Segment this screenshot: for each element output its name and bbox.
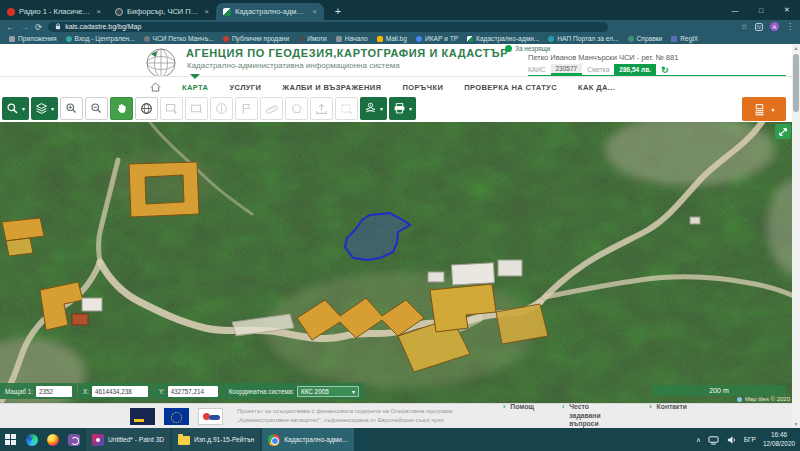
satellite-map	[0, 122, 800, 403]
map-canvas[interactable]	[0, 122, 800, 403]
help-link[interactable]: ›Помощ	[503, 403, 534, 410]
kais-label: КАИС	[528, 66, 546, 73]
map-scale-bar: 200 m	[652, 385, 786, 396]
faq-link[interactable]: ›Често задавани въпроси	[562, 403, 621, 429]
zoom-out-icon	[90, 102, 103, 115]
layers-dropdown-button[interactable]: ▾	[31, 97, 58, 120]
pan-button[interactable]	[110, 97, 133, 120]
tray-expand-icon[interactable]: ∧	[696, 436, 701, 444]
bookmark-item[interactable]: RegiX	[671, 35, 698, 42]
fullscreen-button[interactable]	[775, 124, 791, 139]
chevron-down-icon: ▾	[51, 105, 54, 112]
network-icon[interactable]	[708, 435, 719, 445]
bookmark-item[interactable]: Mail.bg	[377, 35, 407, 42]
paint3d-icon	[92, 434, 104, 446]
tab-proverka-status[interactable]: ПРОВЕРКА НА СТАТУС	[464, 83, 557, 92]
page-title: АГЕНЦИЯ ПО ГЕОДЕЗИЯ,КАРТОГРАФИЯ И КАДАСТ…	[186, 47, 508, 59]
x-label: X:	[83, 388, 89, 395]
crs-select[interactable]: ККС 2005 ▾	[297, 386, 359, 397]
pan-hand-icon	[115, 102, 128, 115]
legend-dropdown-button[interactable]: ▾	[360, 97, 387, 120]
tab-karta[interactable]: КАРТА	[182, 83, 208, 92]
start-button[interactable]	[0, 428, 21, 451]
spravki-favicon-icon	[628, 36, 634, 42]
print-dropdown-button[interactable]: ▾	[389, 97, 416, 120]
panel-list-button[interactable]: ▾	[742, 97, 786, 121]
bookmark-item[interactable]: Справки	[628, 35, 663, 42]
measure-area-button[interactable]	[285, 97, 308, 120]
x-coordinate-input[interactable]	[92, 386, 148, 397]
x-chip: X:	[78, 383, 153, 399]
kais-favicon-icon	[467, 36, 473, 42]
bookmark-item[interactable]: Имоти	[298, 35, 327, 42]
zoom-out-button[interactable]	[85, 97, 108, 120]
chrome-taskbar-button[interactable]: Кадастрално-адми...	[262, 428, 353, 451]
chevron-down-icon: ▾	[771, 106, 774, 113]
paint3d-taskbar-button[interactable]: Untitled* - Paint 3D	[86, 428, 170, 451]
account-label: Сметка	[587, 66, 609, 73]
new-tab-button[interactable]: +	[330, 3, 346, 19]
tab-porachki[interactable]: ПОРЪЧКИ	[402, 83, 443, 92]
bookmark-item[interactable]: ИКАР и ТР	[416, 35, 458, 42]
tab-uslugi[interactable]: УСЛУГИ	[229, 83, 261, 92]
forward-button[interactable]: →	[21, 22, 30, 32]
viber-icon	[68, 434, 80, 446]
tab-close-icon[interactable]: ×	[312, 7, 317, 16]
accessibility-link[interactable]: За незрящи	[505, 45, 550, 52]
search-dropdown-button[interactable]: ▾	[2, 97, 29, 120]
select-extent-button[interactable]	[160, 97, 183, 120]
profile-avatar[interactable]: A	[770, 22, 779, 31]
bookmark-star-icon[interactable]: ☆	[741, 22, 748, 31]
expand-arrows-icon	[778, 127, 788, 137]
home-icon[interactable]	[150, 82, 161, 92]
bookmark-item[interactable]: ЧСИ Петко Манчъ...	[144, 35, 214, 42]
bookmark-item[interactable]: Кадастрално-адми...	[467, 35, 539, 42]
tab-close-icon[interactable]: ×	[204, 7, 209, 16]
folder-taskbar-button[interactable]: Изп.д.91-15-Рейтън	[172, 428, 260, 451]
extension-icon[interactable]: IV	[755, 23, 763, 31]
info-button[interactable]	[210, 97, 233, 120]
chevron-right-icon: ›	[649, 403, 651, 410]
bookmark-item[interactable]: Публични продани	[223, 35, 289, 42]
tab-close-icon[interactable]: ×	[96, 7, 101, 16]
back-button[interactable]: ←	[6, 22, 15, 32]
tab-zhalbi[interactable]: ЖАЛБИ И ВЪЗРАЖЕНИЯ	[282, 83, 381, 92]
browser-tab-kais-active[interactable]: Кадастрално-административн... ×	[216, 3, 324, 20]
measure-distance-button[interactable]	[260, 97, 283, 120]
mail-favicon-icon	[377, 36, 383, 42]
contacts-link[interactable]: ›Контакти	[649, 403, 687, 410]
edge-taskbar-button[interactable]	[21, 428, 42, 451]
tab-kak-da[interactable]: КАК ДА...	[578, 83, 615, 92]
globe-button[interactable]	[135, 97, 158, 120]
scroll-up-arrow[interactable]: ▲	[792, 45, 800, 51]
bookmark-item[interactable]: НАП Портал за ел...	[548, 35, 618, 42]
window-close-button[interactable]: ✕	[774, 0, 800, 20]
viber-taskbar-button[interactable]	[63, 428, 84, 451]
scale-input[interactable]	[36, 386, 72, 397]
bookmark-item[interactable]: Начало	[336, 35, 368, 42]
scrollbar-thumb[interactable]	[793, 54, 799, 112]
identify-button[interactable]	[235, 97, 258, 120]
browser-menu-icon[interactable]: ⋮	[786, 22, 794, 31]
window-maximize-button[interactable]: □	[748, 0, 774, 20]
window-minimize-button[interactable]: —	[722, 0, 748, 20]
scroll-down-arrow[interactable]: ▼	[792, 421, 800, 427]
refresh-balance-icon[interactable]: ↻	[661, 65, 669, 75]
url-bar[interactable]: kais.cadastre.bg/bg/Map	[48, 22, 608, 32]
language-indicator[interactable]: БГР	[744, 436, 756, 443]
sales-favicon-icon	[223, 36, 229, 42]
bookmark-item[interactable]: Приложения	[9, 35, 57, 42]
zoom-in-button[interactable]	[60, 97, 83, 120]
page-scrollbar[interactable]: ▲ ▼	[792, 44, 800, 428]
select-region-button[interactable]	[335, 97, 358, 120]
y-coordinate-input[interactable]	[168, 386, 218, 397]
browser-tab-biforcer[interactable]: Бифорсър, ЧСИ Петко Манчър... ×	[108, 3, 216, 20]
browser-tab-radio[interactable]: Радио 1 - Класическите хит... ×	[0, 3, 108, 20]
bookmark-item[interactable]: Вход - Централен...	[66, 35, 135, 42]
reload-button[interactable]: ⟳	[35, 22, 42, 32]
taskbar-clock[interactable]: 16:46 12/08/2020	[763, 431, 795, 448]
firefox-taskbar-button[interactable]	[42, 428, 63, 451]
upload-button[interactable]	[310, 97, 333, 120]
speaker-icon[interactable]	[726, 435, 737, 445]
select-rectangle-button[interactable]	[185, 97, 208, 120]
